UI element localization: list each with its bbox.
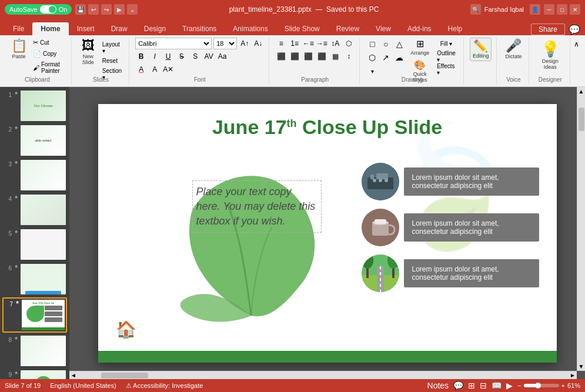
share-button[interactable]: Share — [531, 24, 565, 35]
cut-button[interactable]: ✂Cut — [31, 38, 66, 48]
bold-button[interactable]: B — [135, 51, 147, 62]
slide-thumb-2[interactable]: 2 ★ slide content — [2, 124, 67, 157]
save-icon[interactable]: 💾 — [75, 4, 86, 15]
shape-5[interactable]: ↗ — [379, 51, 392, 64]
close-icon[interactable]: ✕ — [570, 4, 580, 15]
slide-thumb-6[interactable]: 6 ★ — [2, 263, 67, 296]
slide-thumb-4[interactable]: 4 ★ — [2, 193, 67, 226]
shape-outline-button[interactable]: Outline ▾ — [434, 51, 459, 62]
arrange-button[interactable]: ⊞ Arrange — [408, 38, 432, 58]
underline-button[interactable]: U — [162, 51, 174, 62]
tab-file[interactable]: File — [5, 22, 32, 35]
zoom-level[interactable]: 61% — [567, 382, 580, 389]
decrease-font-button[interactable]: A↓ — [252, 38, 264, 49]
zoom-in-icon[interactable]: + — [561, 382, 565, 389]
scroll-right-arrow[interactable]: ► — [569, 372, 577, 378]
align-center-button[interactable]: ⬛ — [289, 51, 300, 62]
shape-effects-button[interactable]: Effects ▾ — [434, 63, 459, 75]
zoom-slider-thumb[interactable] — [535, 383, 541, 388]
shape-1[interactable]: □ — [366, 38, 379, 51]
horizontal-scrollbar[interactable]: ◄ ► — [69, 371, 577, 379]
shape-6[interactable]: ☁ — [393, 51, 406, 64]
font-family-select[interactable]: Calibri — [135, 38, 212, 49]
increase-indent-button[interactable]: →≡ — [316, 38, 327, 49]
reset-button[interactable]: Reset — [100, 56, 124, 65]
home-icon[interactable]: 🏠 — [116, 320, 136, 339]
justify-button[interactable]: ⬛ — [316, 51, 327, 62]
slide-sorter-button[interactable]: ⊟ — [480, 381, 487, 390]
tab-home[interactable]: Home — [32, 22, 68, 35]
numbering-button[interactable]: 1≡ — [289, 38, 300, 49]
redo-icon[interactable]: ↪ — [101, 4, 112, 15]
comments-icon[interactable]: 💬 — [569, 24, 580, 35]
align-right-button[interactable]: ⬛ — [302, 51, 314, 62]
align-left-button[interactable]: ⬛ — [275, 51, 287, 62]
strikethrough-button[interactable]: S̶ — [176, 51, 188, 62]
slideshow-button[interactable]: ▶ — [506, 381, 513, 390]
vertical-scrollbar[interactable]: ▲ ▼ — [577, 87, 585, 371]
slide-thumb-8[interactable]: 8 ★ — [2, 334, 67, 367]
font-color-button[interactable]: A — [135, 63, 147, 75]
zoom-out-icon[interactable]: − — [517, 382, 521, 389]
slide-thumb-3[interactable]: 3 ★ — [2, 159, 67, 192]
layout-button[interactable]: Layout ▾ — [100, 40, 124, 55]
clear-format-button[interactable]: A✕ — [162, 63, 174, 75]
h-scroll-thumb[interactable] — [101, 373, 148, 378]
shadow-button[interactable]: S — [189, 51, 201, 62]
slide-thumb-5[interactable]: 5 ★ — [2, 228, 67, 261]
comments-status-button[interactable]: 💬 — [453, 381, 463, 390]
slide-thumb-1[interactable]: 1 ★ Our Climate — [2, 89, 67, 122]
scroll-down-arrow[interactable]: ▼ — [577, 362, 585, 371]
tab-insert[interactable]: Insert — [69, 22, 103, 35]
copy-button[interactable]: 📄Copy — [31, 49, 66, 59]
bullets-button[interactable]: ≡ — [275, 38, 287, 49]
editing-button[interactable]: ✏️ Editing — [470, 38, 492, 61]
tab-review[interactable]: Review — [328, 22, 367, 35]
format-painter-button[interactable]: 🖌Format Painter — [31, 60, 66, 75]
tab-design[interactable]: Design — [136, 22, 174, 35]
italic-button[interactable]: I — [149, 51, 161, 62]
new-slide-button[interactable]: 🖼 New Slide — [78, 38, 99, 67]
reading-view-button[interactable]: 📖 — [492, 381, 502, 390]
highlight-color-button[interactable]: A — [149, 63, 161, 75]
search-icon[interactable]: 🔍 — [470, 4, 481, 15]
tab-help[interactable]: Help — [440, 22, 471, 35]
shape-3[interactable]: △ — [393, 38, 406, 51]
line-spacing-button[interactable]: ↕ — [343, 51, 355, 62]
tab-addins[interactable]: Add-ins — [399, 22, 440, 35]
accessibility-indicator[interactable]: ⚠ Accessibility: Investigate — [126, 382, 203, 390]
text-box[interactable]: Place your text copy here. You may delet… — [192, 180, 322, 233]
decrease-indent-button[interactable]: ←≡ — [302, 38, 314, 49]
tab-slideshow[interactable]: Slide Show — [276, 22, 328, 35]
scroll-thumb[interactable] — [579, 108, 584, 131]
shapes-more[interactable]: ▾ — [366, 65, 379, 78]
language-indicator[interactable]: English (United States) — [50, 382, 116, 389]
slide-thumb-7[interactable]: 7 ★ June 17th Close Up — [2, 297, 67, 333]
dictate-button[interactable]: 🎤 Dictate — [503, 38, 524, 61]
zoom-slider[interactable] — [524, 384, 559, 387]
present-icon[interactable]: ▶ — [114, 4, 125, 15]
collapse-ribbon-button[interactable]: ∧ — [571, 38, 581, 51]
text-direction-button[interactable]: ↕A — [329, 38, 341, 49]
undo-icon[interactable]: ↩ — [88, 4, 99, 15]
tab-transitions[interactable]: Transitions — [174, 22, 225, 35]
minimize-icon[interactable]: ─ — [544, 4, 554, 15]
shape-fill-button[interactable]: Fill ▾ — [434, 38, 459, 49]
normal-view-button[interactable]: ⊞ — [468, 381, 475, 390]
notes-button[interactable]: Notes — [427, 381, 449, 390]
design-ideas-button[interactable]: 💡 Design Ideas — [535, 38, 565, 72]
slide-thumb-9[interactable]: 9 ★ — [2, 369, 67, 379]
tab-draw[interactable]: Draw — [103, 22, 136, 35]
tab-view[interactable]: View — [367, 22, 399, 35]
autosave-toggle[interactable]: AutoSave On — [5, 4, 72, 15]
tab-animations[interactable]: Animations — [225, 22, 276, 35]
shape-2[interactable]: ○ — [379, 38, 392, 51]
paste-button[interactable]: 📋 Paste — [8, 38, 29, 61]
change-case-button[interactable]: Aa — [216, 51, 228, 62]
customize-icon[interactable]: ⌄ — [127, 4, 138, 15]
columns-button[interactable]: ▦ — [329, 51, 341, 62]
font-size-select[interactable]: 18 — [213, 38, 237, 49]
scroll-up-arrow[interactable]: ▲ — [577, 87, 585, 96]
autosave-switch[interactable] — [40, 5, 56, 14]
convert-smartart-button[interactable]: ⬡ — [343, 38, 355, 49]
